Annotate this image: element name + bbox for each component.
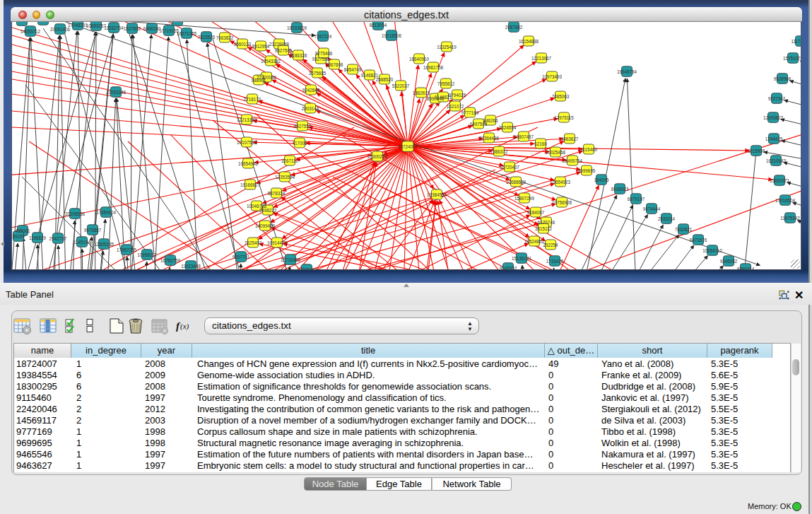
- svg-text:7515526: 7515526: [198, 35, 216, 40]
- svg-text:10107553: 10107553: [237, 140, 257, 145]
- svg-text:10958117: 10958117: [137, 252, 157, 257]
- svg-text:15751074: 15751074: [783, 56, 801, 61]
- svg-text:39159: 39159: [12, 234, 25, 239]
- svg-text:19218506: 19218506: [382, 33, 402, 38]
- svg-text:10654112: 10654112: [702, 248, 722, 253]
- svg-text:2087682: 2087682: [505, 25, 523, 30]
- svg-text:1527602: 1527602: [124, 26, 141, 31]
- svg-text:1244415: 1244415: [765, 136, 783, 141]
- svg-text:17016504: 17016504: [775, 198, 796, 203]
- svg-text:23226058: 23226058: [269, 42, 290, 47]
- svg-text:19384554: 19384554: [427, 192, 447, 197]
- svg-text:18724007: 18724007: [398, 144, 418, 149]
- svg-text:16154838: 16154838: [519, 39, 539, 44]
- svg-text:10688609: 10688609: [506, 180, 526, 185]
- svg-text:1156829: 1156829: [29, 235, 47, 240]
- svg-text:8454749: 8454749: [344, 67, 362, 72]
- svg-text:9463627: 9463627: [561, 136, 579, 141]
- svg-text:2867608: 2867608: [326, 62, 343, 67]
- svg-text:16210643: 16210643: [766, 158, 787, 163]
- svg-text:1362615: 1362615: [413, 90, 430, 95]
- svg-text:3215958: 3215958: [748, 148, 765, 153]
- svg-text:9242848: 9242848: [302, 88, 320, 93]
- svg-text:2942737: 2942737: [49, 236, 67, 241]
- svg-text:6120746: 6120746: [538, 220, 555, 225]
- svg-text:14055712: 14055712: [20, 29, 41, 34]
- svg-text:15716485: 15716485: [281, 257, 301, 262]
- svg-text:8912954: 8912954: [252, 44, 270, 49]
- svg-text:9227342: 9227342: [768, 96, 786, 101]
- svg-text:16648784: 16648784: [617, 69, 637, 74]
- svg-text:10807487: 10807487: [514, 134, 534, 139]
- svg-text:7955812: 7955812: [437, 81, 455, 86]
- svg-text:988961: 988961: [251, 78, 266, 83]
- svg-text:5322037: 5322037: [392, 83, 410, 88]
- svg-text:28495764: 28495764: [563, 158, 583, 163]
- svg-text:17048291: 17048291: [68, 23, 88, 28]
- svg-text:7625402: 7625402: [245, 240, 262, 245]
- svg-text:6879197: 6879197: [628, 197, 645, 201]
- svg-text:2933114: 2933114: [658, 216, 676, 221]
- svg-text:3675685: 3675685: [309, 71, 326, 76]
- svg-text:9327508: 9327508: [312, 57, 330, 62]
- svg-text:12353594: 12353594: [275, 175, 295, 180]
- svg-text:(x): (x): [180, 322, 189, 331]
- svg-text:8427552: 8427552: [294, 124, 312, 129]
- svg-text:19654942: 19654942: [238, 161, 259, 166]
- svg-text:1815112: 1815112: [535, 226, 553, 231]
- svg-text:12213967: 12213967: [531, 56, 552, 61]
- svg-text:19166827: 19166827: [240, 182, 261, 187]
- svg-text:2718170: 2718170: [244, 97, 261, 102]
- svg-text:11532764: 11532764: [104, 25, 124, 30]
- svg-text:3498222: 3498222: [259, 208, 277, 213]
- svg-text:17957255: 17957255: [117, 247, 137, 252]
- svg-text:62160: 62160: [534, 141, 547, 146]
- svg-text:10973493: 10973493: [542, 74, 563, 79]
- svg-text:12923448: 12923448: [297, 267, 317, 271]
- svg-text:7357224: 7357224: [314, 34, 332, 39]
- svg-text:9827505: 9827505: [275, 48, 293, 53]
- svg-text:12093822: 12093822: [763, 115, 784, 120]
- svg-text:16033809: 16033809: [287, 25, 307, 30]
- svg-text:15807249: 15807249: [514, 196, 535, 201]
- svg-text:10543382: 10543382: [261, 59, 281, 64]
- svg-text:15136141: 15136141: [512, 256, 532, 261]
- svg-text:6794028: 6794028: [449, 93, 466, 98]
- svg-text:10025458: 10025458: [546, 150, 566, 155]
- svg-text:9360214: 9360214: [737, 267, 755, 271]
- svg-text:16961758: 16961758: [423, 65, 444, 70]
- svg-text:6497508: 6497508: [470, 122, 488, 127]
- svg-text:20364436: 20364436: [479, 136, 500, 141]
- svg-text:2803144: 2803144: [302, 106, 319, 111]
- svg-text:417006: 417006: [292, 141, 307, 146]
- svg-text:9657791: 9657791: [233, 255, 250, 259]
- svg-text:9275466: 9275466: [315, 51, 333, 56]
- svg-text:18640910: 18640910: [409, 57, 430, 62]
- svg-text:8878334: 8878334: [268, 191, 286, 196]
- svg-text:435061: 435061: [15, 228, 30, 233]
- svg-text:16782759: 16782759: [160, 258, 181, 263]
- svg-text:19756928: 19756928: [552, 200, 572, 205]
- svg-text:252254: 252254: [543, 243, 558, 247]
- svg-text:7663822: 7663822: [216, 35, 234, 40]
- svg-text:3267110: 3267110: [281, 158, 299, 163]
- svg-text:1145194: 1145194: [73, 240, 91, 245]
- svg-text:9699695: 9699695: [578, 168, 596, 173]
- svg-text:15720407: 15720407: [500, 165, 520, 170]
- svg-text:20206536: 20206536: [65, 211, 86, 216]
- svg-text:11173948: 11173948: [791, 39, 801, 44]
- svg-text:8471676: 8471676: [690, 238, 707, 243]
- svg-text:9528966: 9528966: [774, 76, 792, 81]
- svg-text:11675342: 11675342: [780, 216, 800, 221]
- svg-text:11325419: 11325419: [437, 45, 457, 49]
- svg-text:1621072: 1621072: [447, 104, 464, 109]
- svg-text:8813054: 8813054: [370, 23, 387, 28]
- svg-text:25300273: 25300273: [367, 154, 388, 159]
- svg-text:3624554: 3624554: [499, 125, 517, 130]
- svg-text:8186328: 8186328: [290, 53, 307, 58]
- svg-text:9777169: 9777169: [461, 110, 479, 115]
- svg-text:8938923: 8938923: [611, 187, 629, 192]
- svg-text:14099489: 14099489: [255, 223, 276, 228]
- svg-text:2588520: 2588520: [376, 77, 394, 82]
- svg-text:164095: 164095: [594, 177, 609, 182]
